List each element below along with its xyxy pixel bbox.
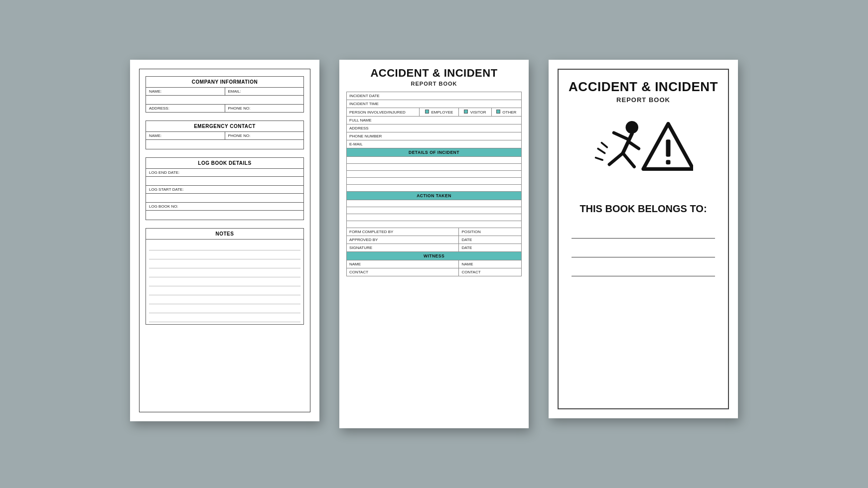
company-name-label: NAME: — [146, 88, 225, 95]
company-info-section: COMPANY INFORMATION NAME: EMAIL: ADDRESS… — [145, 76, 304, 113]
emergency-input[interactable] — [146, 140, 303, 149]
company-address-label: ADDRESS: — [146, 105, 225, 112]
full-name-cell: FULL NAME — [347, 117, 522, 124]
svg-line-6 — [598, 148, 605, 153]
date2-cell: DATE — [459, 244, 522, 252]
belongs-line-2[interactable] — [572, 244, 715, 257]
emergency-name-label: NAME: — [146, 132, 225, 139]
company-info-header: COMPANY INFORMATION — [146, 77, 303, 88]
company-name-input[interactable] — [146, 96, 303, 105]
address-cell: ADDRESS — [347, 124, 522, 132]
action-line-3 — [347, 214, 522, 221]
other-checkbox-icon — [496, 110, 500, 114]
witness-contacts-row: CONTACT CONTACT — [347, 268, 522, 276]
belongs-line-1[interactable] — [572, 225, 715, 239]
note-line-9[interactable] — [149, 313, 300, 322]
other-cell: OTHER — [491, 108, 522, 117]
notes-lines — [146, 240, 303, 324]
page2-title: ACCIDENT & INCIDENT — [346, 67, 522, 80]
detail-line-4 — [347, 178, 522, 185]
detail-line-3 — [347, 171, 522, 178]
note-line-4[interactable] — [149, 268, 300, 277]
company-phone-label: PHONE NO: — [225, 105, 304, 112]
page3-subtitle: REPORT BOOK — [616, 96, 670, 104]
log-end-date-label: LOG END DATE: — [146, 169, 303, 177]
belongs-line-3[interactable] — [572, 262, 715, 276]
visitor-cell: VISITOR — [459, 108, 491, 117]
log-end-date-input[interactable] — [146, 177, 303, 186]
details-header-row: DETAILS OF INCIDENT — [347, 148, 522, 157]
pages-container: COMPANY INFORMATION NAME: EMAIL: ADDRESS… — [110, 30, 758, 458]
incident-date-row: INCIDENT DATE — [347, 92, 522, 100]
svg-line-5 — [623, 153, 634, 166]
phone-cell: PHONE NUMBER — [347, 132, 522, 140]
svg-rect-11 — [666, 160, 670, 164]
approved-by-row: APPROVED BY DATE — [347, 236, 522, 244]
page3-inner: ACCIDENT & INCIDENT REPORT BOOK — [558, 69, 729, 409]
approved-by-cell: APPROVED BY — [347, 236, 459, 244]
svg-line-3 — [629, 141, 639, 148]
page1-inner: COMPANY INFORMATION NAME: EMAIL: ADDRESS… — [139, 69, 310, 412]
report-table: INCIDENT DATE INCIDENT TIME PERSON INVOL… — [346, 92, 522, 276]
witness-contact1-cell: CONTACT — [347, 268, 459, 276]
log-book-no-input[interactable] — [146, 211, 303, 220]
svg-line-8 — [601, 142, 607, 147]
signature-cell: SIGNATURE — [347, 244, 459, 252]
witness-name2-cell: NAME — [459, 260, 522, 268]
action-line-2 — [347, 207, 522, 214]
address-row: ADDRESS — [347, 124, 522, 132]
action-header-cell: ACTION TAKEN — [347, 192, 522, 200]
visitor-label: VISITOR — [470, 110, 486, 115]
incident-time-row: INCIDENT TIME — [347, 100, 522, 108]
witness-header-cell: WITNESS — [347, 252, 522, 260]
belongs-to-text: THIS BOOK BELONGS TO: — [579, 203, 707, 215]
belongs-lines — [567, 225, 720, 281]
phone-row: PHONE NUMBER — [347, 132, 522, 140]
emergency-name-phone-row: NAME: PHONE NO: — [146, 132, 303, 140]
svg-point-0 — [626, 121, 638, 133]
other-label: OTHER — [502, 110, 516, 115]
action-line-4 — [347, 221, 522, 228]
note-line-1[interactable] — [149, 242, 300, 250]
witness-names-row: NAME NAME — [347, 260, 522, 268]
date1-cell: DATE — [459, 236, 522, 244]
full-name-row: FULL NAME — [347, 117, 522, 124]
page3-title: ACCIDENT & INCIDENT — [569, 80, 718, 94]
falling-person-icon — [596, 121, 639, 167]
svg-rect-10 — [666, 139, 670, 157]
note-line-6[interactable] — [149, 286, 300, 295]
company-name-email-row: NAME: EMAIL: — [146, 88, 303, 96]
company-address-phone-row: ADDRESS: PHONE NO: — [146, 105, 303, 112]
incident-date-cell: INCIDENT DATE — [347, 92, 522, 100]
log-start-date-label: LOG START DATE: — [146, 186, 303, 194]
form-completed-row: FORM COMPLETED BY POSITION — [347, 228, 522, 236]
note-line-5[interactable] — [149, 277, 300, 286]
svg-line-2 — [614, 132, 629, 139]
note-line-3[interactable] — [149, 259, 300, 268]
page-2: ACCIDENT & INCIDENT REPORT BOOK INCIDENT… — [339, 60, 529, 428]
employee-checkbox-icon — [425, 110, 429, 114]
svg-line-7 — [596, 157, 603, 160]
email-cell: E-MAIL — [347, 140, 522, 148]
logbook-header: LOG BOOK DETAILS — [146, 158, 303, 169]
notes-header: NOTES — [146, 229, 303, 240]
svg-line-4 — [609, 153, 623, 164]
form-completed-cell: FORM COMPLETED BY — [347, 228, 459, 236]
accident-icon — [593, 114, 693, 188]
email-row: E-MAIL — [347, 140, 522, 148]
log-book-no-label: LOG BOOK NO: — [146, 203, 303, 211]
person-involved-cell: PERSON INVOLVED/INJURED — [347, 108, 420, 117]
note-line-2[interactable] — [149, 250, 300, 259]
signature-row: SIGNATURE DATE — [347, 244, 522, 252]
company-email-label: EMAIL: — [225, 88, 304, 95]
emergency-phone-label: PHONE NO: — [225, 132, 304, 139]
witness-contact2-cell: CONTACT — [459, 268, 522, 276]
emergency-contact-section: EMERGENCY CONTACT NAME: PHONE NO: — [145, 121, 304, 149]
log-start-date-input[interactable] — [146, 194, 303, 203]
employee-cell: EMPLOYEE — [420, 108, 459, 117]
incident-time-cell: INCIDENT TIME — [347, 100, 522, 108]
note-line-8[interactable] — [149, 304, 300, 313]
note-line-7[interactable] — [149, 295, 300, 304]
details-header-cell: DETAILS OF INCIDENT — [347, 148, 522, 157]
detail-line-1 — [347, 157, 522, 164]
